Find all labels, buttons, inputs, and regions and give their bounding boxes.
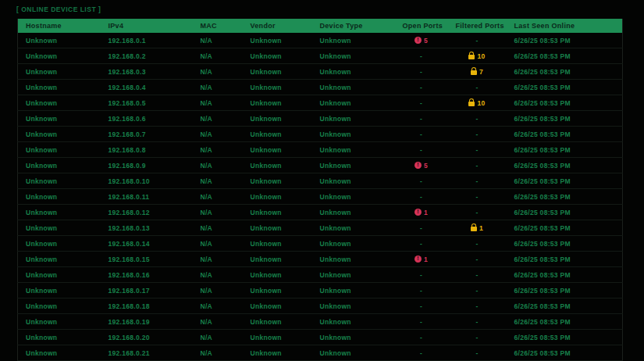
cell-hostname: Unknown [18,48,101,64]
cell-mac: N/A [193,80,243,95]
cell-device_type: Unknown [312,252,395,267]
device-row: Unknown192.168.0.21N/AUnknownUnknown--6/… [18,345,623,361]
cell-mac: N/A [193,330,243,345]
cell-device_type: Unknown [312,298,395,314]
cell-mac: N/A [193,127,243,142]
cell-open_ports: - [395,267,448,283]
device-row: Unknown192.168.0.14N/AUnknownUnknown--6/… [18,236,623,252]
cell-open_ports: - [395,283,448,298]
cell-ipv4: 192.168.0.11 [101,189,193,205]
device-row: Unknown192.168.0.6N/AUnknownUnknown--6/2… [18,111,623,127]
port-count: 1 [424,209,428,216]
cell-ipv4: 192.168.0.4 [101,80,193,95]
cell-ipv4: 192.168.0.9 [101,158,193,173]
cell-device_type: Unknown [312,64,395,80]
cell-last_seen: 6/26/25 08:53 PM [507,80,623,95]
column-header-hostname: Hostname [18,19,101,33]
cell-hostname: Unknown [18,127,101,142]
cell-ipv4: 192.168.0.6 [101,111,193,127]
cell-last_seen: 6/26/25 08:53 PM [507,345,623,361]
cell-filtered_ports: - [448,127,507,142]
cell-filtered_ports: - [448,189,507,205]
cell-hostname: Unknown [18,33,101,48]
device-row: Unknown192.168.0.19N/AUnknownUnknown--6/… [18,314,623,330]
cell-open_ports: - [395,345,448,361]
cell-open_ports: - [395,127,448,142]
cell-device_type: Unknown [312,173,395,189]
cell-vendor: Unknown [243,314,312,330]
cell-open_ports: - [395,298,448,314]
cell-mac: N/A [193,95,243,111]
cell-ipv4: 192.168.0.13 [101,220,193,236]
cell-ipv4: 192.168.0.17 [101,283,193,298]
cell-open_ports: - [395,48,448,64]
cell-last_seen: 6/26/25 08:53 PM [507,298,623,314]
cell-hostname: Unknown [18,205,101,220]
cell-device_type: Unknown [312,314,395,330]
cell-device_type: Unknown [312,80,395,95]
cell-vendor: Unknown [243,173,312,189]
cell-vendor: Unknown [243,267,312,283]
device-row: Unknown192.168.0.10N/AUnknownUnknown--6/… [18,173,623,189]
cell-mac: N/A [193,298,243,314]
cell-hostname: Unknown [18,252,101,267]
cell-ipv4: 192.168.0.2 [101,48,193,64]
cell-mac: N/A [193,64,243,80]
cell-vendor: Unknown [243,345,312,361]
device-row: Unknown192.168.0.20N/AUnknownUnknown--6/… [18,330,623,345]
cell-device_type: Unknown [312,345,395,361]
cell-filtered_ports: - [448,314,507,330]
device-table-container: HostnameIPv4MACVendorDevice TypeOpen Por… [17,19,623,361]
cell-device_type: Unknown [312,48,395,64]
cell-vendor: Unknown [243,95,312,111]
cell-last_seen: 6/26/25 08:53 PM [507,111,623,127]
cell-ipv4: 192.168.0.7 [101,127,193,142]
alert-circle-icon [415,256,422,263]
cell-vendor: Unknown [243,64,312,80]
alert-circle-icon [415,162,422,169]
cell-device_type: Unknown [312,283,395,298]
cell-device_type: Unknown [312,142,395,158]
cell-hostname: Unknown [18,64,101,80]
cell-last_seen: 6/26/25 08:53 PM [507,205,623,220]
cell-ipv4: 192.168.0.20 [101,330,193,345]
device-row: Unknown192.168.0.2N/AUnknownUnknown-106/… [18,48,623,64]
lock-icon [468,102,475,106]
cell-device_type: Unknown [312,95,395,111]
cell-ipv4: 192.168.0.12 [101,205,193,220]
cell-vendor: Unknown [243,33,312,48]
cell-mac: N/A [193,48,243,64]
cell-filtered_ports: - [448,80,507,95]
cell-hostname: Unknown [18,330,101,345]
device-row: Unknown192.168.0.11N/AUnknownUnknown--6/… [18,189,623,205]
cell-open_ports: - [395,220,448,236]
cell-open_ports: - [395,111,448,127]
cell-filtered_ports: - [448,33,507,48]
cell-vendor: Unknown [243,80,312,95]
alert-circle-icon [415,209,422,216]
cell-hostname: Unknown [18,142,101,158]
cell-vendor: Unknown [243,330,312,345]
cell-device_type: Unknown [312,267,395,283]
cell-filtered_ports: - [448,298,507,314]
cell-hostname: Unknown [18,267,101,283]
online-device-table: HostnameIPv4MACVendorDevice TypeOpen Por… [17,19,623,361]
cell-ipv4: 192.168.0.18 [101,298,193,314]
cell-vendor: Unknown [243,252,312,267]
cell-filtered_ports: 1 [448,220,507,236]
cell-device_type: Unknown [312,236,395,252]
cell-ipv4: 192.168.0.5 [101,95,193,111]
port-count: 5 [424,37,428,45]
cell-filtered_ports: - [448,142,507,158]
cell-open_ports: - [395,80,448,95]
cell-open_ports: - [395,142,448,158]
device-row: Unknown192.168.0.9N/AUnknownUnknown5-6/2… [18,158,623,173]
cell-mac: N/A [193,189,243,205]
cell-vendor: Unknown [243,48,312,64]
cell-filtered_ports: - [448,111,507,127]
cell-filtered_ports: - [448,236,507,252]
column-header-mac: MAC [193,19,243,33]
cell-mac: N/A [193,205,243,220]
cell-filtered_ports: - [448,173,507,189]
cell-open_ports: - [395,64,448,80]
